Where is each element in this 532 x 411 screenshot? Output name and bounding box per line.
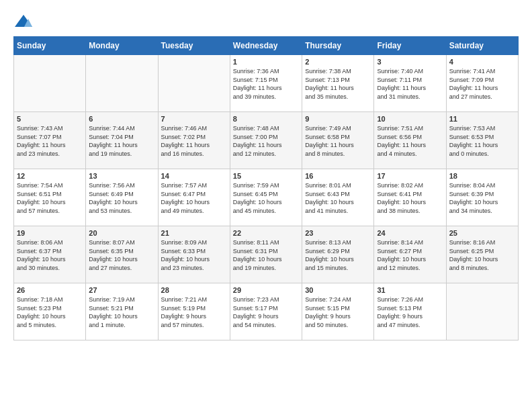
day-number: 17 (377, 172, 443, 180)
calendar-cell (158, 55, 230, 112)
week-row-3: 12Sunrise: 7:54 AM Sunset: 6:51 PM Dayli… (14, 169, 519, 226)
cell-content: Sunrise: 8:01 AM Sunset: 6:43 PM Dayligh… (305, 181, 371, 215)
day-header-sunday: Sunday (14, 37, 86, 55)
day-number: 10 (377, 115, 443, 123)
day-number: 30 (305, 286, 371, 294)
calendar-cell: 31Sunrise: 7:26 AM Sunset: 5:13 PM Dayli… (374, 283, 446, 340)
cell-content: Sunrise: 7:19 AM Sunset: 5:21 PM Dayligh… (89, 295, 154, 329)
cell-content: Sunrise: 7:51 AM Sunset: 6:56 PM Dayligh… (377, 124, 443, 158)
day-header-saturday: Saturday (446, 37, 518, 55)
calendar-cell: 16Sunrise: 8:01 AM Sunset: 6:43 PM Dayli… (302, 169, 374, 226)
calendar-cell: 26Sunrise: 7:18 AM Sunset: 5:23 PM Dayli… (14, 283, 86, 340)
day-number: 31 (377, 286, 443, 294)
cell-content: Sunrise: 7:57 AM Sunset: 6:47 PM Dayligh… (161, 181, 227, 215)
calendar-cell: 12Sunrise: 7:54 AM Sunset: 6:51 PM Dayli… (14, 169, 86, 226)
day-number: 26 (17, 286, 83, 294)
day-number: 7 (161, 115, 227, 123)
cell-content: Sunrise: 8:02 AM Sunset: 6:41 PM Dayligh… (377, 181, 443, 215)
calendar-cell: 2Sunrise: 7:38 AM Sunset: 7:13 PM Daylig… (302, 55, 374, 112)
cell-content: Sunrise: 8:04 AM Sunset: 6:39 PM Dayligh… (449, 181, 515, 215)
calendar-cell: 28Sunrise: 7:21 AM Sunset: 5:19 PM Dayli… (158, 283, 230, 340)
cell-content: Sunrise: 8:11 AM Sunset: 6:31 PM Dayligh… (233, 238, 299, 272)
cell-content: Sunrise: 7:46 AM Sunset: 7:02 PM Dayligh… (161, 124, 227, 158)
day-number: 19 (17, 229, 83, 237)
cell-content: Sunrise: 8:16 AM Sunset: 6:25 PM Dayligh… (449, 238, 515, 272)
calendar-cell: 6Sunrise: 7:44 AM Sunset: 7:04 PM Daylig… (86, 112, 158, 169)
calendar-cell (86, 55, 158, 112)
week-row-2: 5Sunrise: 7:43 AM Sunset: 7:07 PM Daylig… (14, 112, 519, 169)
calendar-cell: 10Sunrise: 7:51 AM Sunset: 6:56 PM Dayli… (374, 112, 446, 169)
cell-content: Sunrise: 7:59 AM Sunset: 6:45 PM Dayligh… (233, 181, 299, 215)
day-number: 12 (17, 172, 83, 180)
cell-content: Sunrise: 7:36 AM Sunset: 7:15 PM Dayligh… (233, 67, 299, 101)
cell-content: Sunrise: 7:44 AM Sunset: 7:04 PM Dayligh… (89, 124, 154, 158)
cell-content: Sunrise: 7:24 AM Sunset: 5:15 PM Dayligh… (305, 295, 371, 329)
calendar-cell: 15Sunrise: 7:59 AM Sunset: 6:45 PM Dayli… (230, 169, 302, 226)
calendar-cell: 11Sunrise: 7:53 AM Sunset: 6:53 PM Dayli… (446, 112, 518, 169)
week-row-1: 1Sunrise: 7:36 AM Sunset: 7:15 PM Daylig… (14, 55, 519, 112)
calendar-cell: 8Sunrise: 7:48 AM Sunset: 7:00 PM Daylig… (230, 112, 302, 169)
cell-content: Sunrise: 7:53 AM Sunset: 6:53 PM Dayligh… (449, 124, 515, 158)
cell-content: Sunrise: 7:18 AM Sunset: 5:23 PM Dayligh… (17, 295, 83, 329)
calendar-cell: 18Sunrise: 8:04 AM Sunset: 6:39 PM Dayli… (446, 169, 518, 226)
cell-content: Sunrise: 8:13 AM Sunset: 6:29 PM Dayligh… (305, 238, 371, 272)
day-number: 14 (161, 172, 227, 180)
calendar-cell: 4Sunrise: 7:41 AM Sunset: 7:09 PM Daylig… (446, 55, 518, 112)
calendar-cell: 3Sunrise: 7:40 AM Sunset: 7:11 PM Daylig… (374, 55, 446, 112)
day-header-thursday: Thursday (302, 37, 374, 55)
day-header-tuesday: Tuesday (158, 37, 230, 55)
cell-content: Sunrise: 7:56 AM Sunset: 6:49 PM Dayligh… (89, 181, 154, 215)
day-number: 21 (161, 229, 227, 237)
day-number: 24 (377, 229, 443, 237)
cell-content: Sunrise: 7:26 AM Sunset: 5:13 PM Dayligh… (377, 295, 443, 329)
calendar-cell: 27Sunrise: 7:19 AM Sunset: 5:21 PM Dayli… (86, 283, 158, 340)
logo (13, 13, 36, 30)
calendar-cell: 23Sunrise: 8:13 AM Sunset: 6:29 PM Dayli… (302, 226, 374, 283)
calendar-cell: 19Sunrise: 8:06 AM Sunset: 6:37 PM Dayli… (14, 226, 86, 283)
calendar-cell (14, 55, 86, 112)
calendar-cell: 17Sunrise: 8:02 AM Sunset: 6:41 PM Dayli… (374, 169, 446, 226)
calendar-cell: 22Sunrise: 8:11 AM Sunset: 6:31 PM Dayli… (230, 226, 302, 283)
day-number: 27 (89, 286, 154, 294)
day-number: 25 (449, 229, 515, 237)
calendar-cell: 1Sunrise: 7:36 AM Sunset: 7:15 PM Daylig… (230, 55, 302, 112)
day-header-friday: Friday (374, 37, 446, 55)
week-row-4: 19Sunrise: 8:06 AM Sunset: 6:37 PM Dayli… (14, 226, 519, 283)
calendar-header-row: SundayMondayTuesdayWednesdayThursdayFrid… (14, 37, 519, 55)
day-number: 23 (305, 229, 371, 237)
cell-content: Sunrise: 7:21 AM Sunset: 5:19 PM Dayligh… (161, 295, 227, 329)
cell-content: Sunrise: 8:09 AM Sunset: 6:33 PM Dayligh… (161, 238, 227, 272)
day-number: 20 (89, 229, 154, 237)
calendar-cell: 20Sunrise: 8:07 AM Sunset: 6:35 PM Dayli… (86, 226, 158, 283)
cell-content: Sunrise: 7:49 AM Sunset: 6:58 PM Dayligh… (305, 124, 371, 158)
calendar-cell: 25Sunrise: 8:16 AM Sunset: 6:25 PM Dayli… (446, 226, 518, 283)
calendar-cell: 21Sunrise: 8:09 AM Sunset: 6:33 PM Dayli… (158, 226, 230, 283)
cell-content: Sunrise: 7:38 AM Sunset: 7:13 PM Dayligh… (305, 67, 371, 101)
cell-content: Sunrise: 8:06 AM Sunset: 6:37 PM Dayligh… (17, 238, 83, 272)
day-number: 2 (305, 58, 371, 66)
calendar-cell: 13Sunrise: 7:56 AM Sunset: 6:49 PM Dayli… (86, 169, 158, 226)
day-number: 18 (449, 172, 515, 180)
day-number: 6 (89, 115, 154, 123)
day-header-wednesday: Wednesday (230, 37, 302, 55)
calendar-cell: 7Sunrise: 7:46 AM Sunset: 7:02 PM Daylig… (158, 112, 230, 169)
day-number: 22 (233, 229, 299, 237)
page-header (13, 13, 519, 30)
day-number: 4 (449, 58, 515, 66)
cell-content: Sunrise: 7:54 AM Sunset: 6:51 PM Dayligh… (17, 181, 83, 215)
logo-icon (13, 13, 34, 30)
calendar-cell: 24Sunrise: 8:14 AM Sunset: 6:27 PM Dayli… (374, 226, 446, 283)
day-number: 16 (305, 172, 371, 180)
calendar-cell: 29Sunrise: 7:23 AM Sunset: 5:17 PM Dayli… (230, 283, 302, 340)
cell-content: Sunrise: 7:41 AM Sunset: 7:09 PM Dayligh… (449, 67, 515, 101)
day-number: 29 (233, 286, 299, 294)
day-number: 13 (89, 172, 154, 180)
calendar-cell: 5Sunrise: 7:43 AM Sunset: 7:07 PM Daylig… (14, 112, 86, 169)
day-number: 9 (305, 115, 371, 123)
calendar-table: SundayMondayTuesdayWednesdayThursdayFrid… (13, 36, 519, 340)
cell-content: Sunrise: 8:14 AM Sunset: 6:27 PM Dayligh… (377, 238, 443, 272)
cell-content: Sunrise: 7:23 AM Sunset: 5:17 PM Dayligh… (233, 295, 299, 329)
day-number: 5 (17, 115, 83, 123)
day-header-monday: Monday (86, 37, 158, 55)
calendar-cell: 30Sunrise: 7:24 AM Sunset: 5:15 PM Dayli… (302, 283, 374, 340)
